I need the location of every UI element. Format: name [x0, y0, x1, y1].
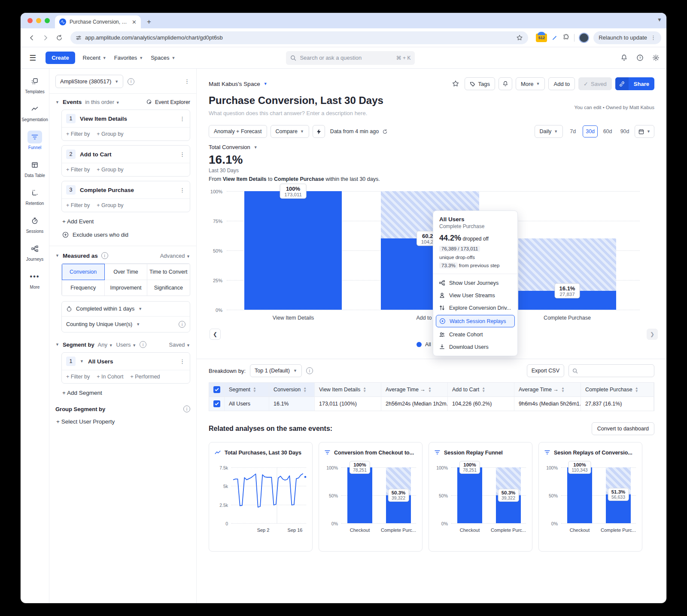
rail-item-sessions[interactable]: Sessions: [21, 214, 48, 234]
row-checkbox[interactable]: [209, 397, 225, 411]
reload-icon[interactable]: [53, 32, 65, 44]
mac-window-controls[interactable]: [24, 13, 55, 28]
tab-significance[interactable]: Significance: [147, 280, 190, 296]
address-bar[interactable]: app.amplitude.com/analytics/amplidemo/ch…: [70, 31, 528, 44]
export-csv-button[interactable]: Export CSV: [527, 364, 564, 377]
event-kebab-icon[interactable]: ⋮: [179, 116, 185, 122]
rail-item-templates[interactable]: Templates: [21, 75, 48, 94]
event-kebab-icon[interactable]: ⋮: [179, 187, 185, 193]
space-chevron-icon[interactable]: ▼: [264, 82, 268, 86]
table-row[interactable]: All Users 16.1% 173,011 (100%) 2h56m24s …: [209, 397, 654, 411]
event-order-dropdown[interactable]: in this order ▼: [85, 99, 119, 105]
panel-kebab-icon[interactable]: ⋮: [184, 78, 190, 85]
granularity-dropdown[interactable]: Daily▼: [535, 125, 563, 138]
extensions-puzzle-icon[interactable]: [562, 34, 570, 41]
range-60d[interactable]: 60d: [600, 125, 615, 137]
date-range-picker[interactable]: ▼: [635, 125, 654, 138]
segment-name[interactable]: All Users: [88, 358, 113, 365]
group-by-link[interactable]: + Group by: [97, 167, 123, 173]
col-complete-purchase[interactable]: Complete Purchase▲▼: [581, 383, 654, 397]
hamburger-menu-icon[interactable]: ☰: [27, 53, 38, 63]
favorite-star-icon[interactable]: [452, 80, 459, 88]
rail-item-journeys[interactable]: Journeys: [21, 242, 48, 262]
segment-any-dropdown[interactable]: Any ▼: [98, 342, 113, 348]
tab-over-time[interactable]: Over Time: [104, 264, 147, 280]
group-by-link[interactable]: + Group by: [97, 131, 123, 137]
convert-to-dashboard-button[interactable]: Convert to dashboard: [592, 422, 654, 435]
extension-badge[interactable]: 512: [536, 34, 547, 42]
info-icon[interactable]: i: [101, 252, 108, 259]
col-conversion[interactable]: Conversion▲▼: [269, 383, 315, 397]
event-name[interactable]: Add to Cart: [80, 151, 112, 158]
sort-icon[interactable]: ▲▼: [561, 387, 565, 393]
page-description[interactable]: What question does this chart answer? En…: [209, 110, 654, 116]
browser-tab[interactable]: Purchase Conversion, Last 30 ✕: [55, 15, 141, 28]
range-90d[interactable]: 90d: [617, 125, 632, 137]
add-to-button[interactable]: Add to: [548, 77, 575, 90]
metric-chevron-icon[interactable]: ▼: [254, 145, 258, 149]
tags-button[interactable]: Tags: [465, 77, 495, 90]
filter-by-link[interactable]: + Filter by: [66, 167, 90, 173]
breakdown-dropdown[interactable]: Top 1 (Default)▼: [250, 364, 302, 377]
collapse-chevron-icon[interactable]: ▼: [55, 342, 59, 347]
tab-close-icon[interactable]: ✕: [132, 19, 137, 25]
global-search-input[interactable]: Search or ask a question ⌘ + K: [286, 51, 415, 65]
project-selector[interactable]: AmpliStore (380517)▼: [55, 75, 123, 88]
segment-users-dropdown[interactable]: Users ▼: [116, 342, 137, 348]
browser-menu-icon[interactable]: ⋮: [651, 34, 656, 41]
nav-recent[interactable]: Recent▼: [83, 55, 106, 61]
back-icon[interactable]: [26, 32, 38, 44]
card-total-purchases[interactable]: Total Purchases, Last 30 Days 7.5k 5k 2.…: [209, 442, 313, 552]
performed-link[interactable]: + Performed: [130, 374, 160, 380]
minimize-window-button[interactable]: [36, 18, 41, 23]
funnel-bar-complete-purchase[interactable]: 16.1%27,837: [518, 191, 616, 310]
in-cohort-link[interactable]: + In Cohort: [97, 374, 123, 380]
tab-frequency[interactable]: Frequency: [62, 280, 105, 296]
url-text[interactable]: app.amplitude.com/analytics/amplidemo/ch…: [85, 34, 513, 41]
realtime-button[interactable]: [313, 125, 325, 138]
sort-icon[interactable]: ▲▼: [253, 387, 256, 393]
menu-download-users[interactable]: Download Users: [433, 341, 517, 353]
add-event-link[interactable]: + Add Event: [62, 218, 190, 225]
alert-bell-button[interactable]: [499, 77, 512, 90]
event-explorer-button[interactable]: Event Explorer: [146, 99, 190, 105]
col-add-to-cart[interactable]: Add to Cart▲▼: [448, 383, 514, 397]
collapse-chevron-icon[interactable]: ▼: [55, 100, 59, 104]
bookmark-star-icon[interactable]: [516, 34, 523, 41]
info-icon[interactable]: i: [179, 321, 185, 328]
range-30d[interactable]: 30d: [583, 125, 598, 137]
forward-icon[interactable]: [40, 32, 52, 44]
tab-search-chevron-icon[interactable]: ▼: [657, 17, 662, 23]
collapse-chevron-icon[interactable]: ▼: [55, 253, 59, 258]
new-tab-button[interactable]: +: [143, 16, 155, 27]
saved-button[interactable]: ✓Saved: [578, 77, 612, 90]
funnel-bar-view-item-details[interactable]: 100%173,011: [244, 191, 342, 310]
compare-dropdown[interactable]: Compare▼: [271, 125, 309, 138]
add-segment-link[interactable]: + Add Segment: [62, 390, 190, 396]
tab-conversion[interactable]: Conversion: [62, 264, 105, 280]
sort-icon[interactable]: ▲▼: [428, 387, 432, 393]
metric-dropdown[interactable]: Total Conversion: [209, 144, 250, 150]
info-icon[interactable]: i: [306, 367, 313, 374]
col-segment[interactable]: Segment▲▼: [225, 383, 269, 397]
menu-watch-session-replays[interactable]: Watch Session Replays: [436, 315, 515, 327]
copy-link-icon[interactable]: [615, 77, 629, 90]
segment-kebab-icon[interactable]: ⋮: [179, 358, 185, 365]
pencil-extension-icon[interactable]: [551, 34, 558, 41]
card-session-replay-funnel[interactable]: Session Replay Funnel 100% 50% 0% 100%78…: [429, 442, 532, 552]
exclude-users-link[interactable]: Exclude users who did: [62, 232, 190, 238]
sort-icon[interactable]: ▲▼: [363, 387, 366, 393]
profile-avatar[interactable]: [579, 33, 589, 43]
table-search-input[interactable]: [568, 364, 654, 377]
anomaly-forecast-button[interactable]: Anomaly + Forecast: [209, 125, 267, 138]
filter-by-link[interactable]: + Filter by: [66, 374, 90, 380]
menu-explore-conversion-drivers[interactable]: Explore Conversion Driv...: [433, 302, 517, 314]
sort-icon[interactable]: ▲▼: [482, 387, 485, 393]
menu-view-user-streams[interactable]: View User Streams: [433, 289, 517, 302]
counting-by-dropdown[interactable]: Counting by Unique User(s)▼ i: [62, 316, 190, 332]
rail-item-funnel[interactable]: Funnel: [21, 131, 48, 150]
group-by-link[interactable]: + Group by: [97, 202, 123, 208]
event-name[interactable]: Complete Purchase: [80, 187, 134, 193]
filter-by-link[interactable]: + Filter by: [66, 202, 90, 208]
rail-item-segmentation[interactable]: Segmentation: [21, 103, 48, 122]
